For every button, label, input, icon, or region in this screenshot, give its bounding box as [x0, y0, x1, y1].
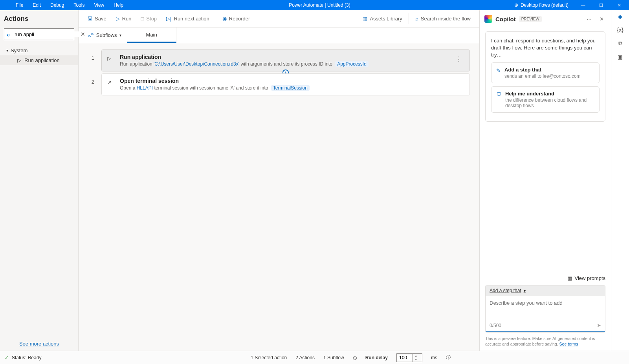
search-flow-button[interactable]: ⌕Search inside the flow — [411, 13, 475, 24]
copilot-more-icon[interactable]: ⋯ — [584, 15, 594, 24]
environment-picker[interactable]: ⊕ Desktop flows (default) — [511, 2, 572, 9]
step-open-terminal[interactable]: ↗ Open terminal session Open a HLLAPI te… — [101, 73, 470, 95]
search-icon: ⌕ — [415, 16, 418, 22]
search-icon: ⌕ — [7, 31, 10, 37]
copilot-intro-text: I can chat, respond to questions, and he… — [491, 37, 600, 59]
view-prompts-button[interactable]: ▦ View prompts — [567, 275, 605, 281]
see-terms-link[interactable]: See terms — [559, 342, 578, 346]
actions-pane: Actions ⌕ ✕ ▾ System ▷ Run application S… — [0, 10, 79, 351]
step-description: Run application 'C:\Users\User\Desktop\C… — [120, 61, 449, 67]
tree-group-system[interactable]: ▾ System — [0, 46, 78, 55]
subflows-button[interactable]: ∘/° Subflows ▾ — [82, 27, 127, 43]
record-icon: ◉ — [222, 16, 227, 22]
actions-search[interactable]: ⌕ ✕ — [4, 28, 74, 40]
step-more-icon[interactable]: ⋮ — [454, 54, 464, 64]
variable-chip[interactable]: AppProcessId — [335, 61, 369, 67]
menu-file[interactable]: File — [11, 1, 28, 9]
prompts-icon: ▦ — [567, 275, 572, 281]
minimize-button[interactable]: — — [576, 1, 590, 9]
info-icon[interactable]: ⓘ — [446, 354, 451, 361]
step-title: Open terminal session — [120, 78, 464, 84]
right-rail: ◆ {x} ⧉ ▣ — [611, 10, 629, 351]
actions-tree: ▾ System ▷ Run application — [0, 42, 78, 337]
selected-count: 1 Selected action — [251, 355, 287, 360]
see-more-actions-link[interactable]: See more actions — [19, 341, 59, 347]
status-text: Status: Ready — [12, 355, 41, 360]
suggestion-title: Add a step that — [504, 67, 594, 73]
tree-group-label: System — [11, 48, 28, 53]
window-title: Power Automate | Untitled (3) — [128, 2, 511, 8]
chevron-down-icon: ▾ — [524, 289, 526, 293]
images-rail-icon[interactable]: ▣ — [618, 54, 623, 60]
step-icon: ▷| — [166, 16, 171, 22]
suggestion-title: Help me understand — [505, 91, 594, 97]
play-icon: ▷ — [116, 16, 120, 22]
variables-rail-icon[interactable]: {x} — [617, 27, 623, 33]
actions-search-input[interactable] — [7, 31, 81, 37]
globe-icon: ⊕ — [514, 2, 518, 8]
actions-count: 2 Actions — [295, 355, 315, 360]
titlebar: File Edit Debug Tools View Help Power Au… — [0, 0, 629, 10]
run-delay-field[interactable] — [397, 355, 413, 360]
step-run-application[interactable]: ▷ Run application Run application 'C:\Us… — [101, 49, 470, 71]
save-button[interactable]: 🖫Save — [83, 13, 110, 24]
copilot-suggestion-help[interactable]: 🗨 Help me understand the difference betw… — [491, 86, 600, 113]
send-icon[interactable]: ➤ — [597, 322, 601, 328]
chevron-down-icon: ▾ — [6, 48, 8, 53]
step-description: Open a HLLAPI terminal session with sess… — [120, 85, 464, 91]
preview-badge: PREVIEW — [519, 16, 542, 22]
copilot-close-icon[interactable]: ✕ — [597, 15, 606, 24]
subflows-count: 1 Subflow — [323, 355, 344, 360]
chat-icon: 🗨 — [496, 91, 501, 108]
tree-action-run-application[interactable]: ▷ Run application — [0, 55, 78, 65]
step-row: 1 ▷ Run application Run application 'C:\… — [82, 49, 476, 71]
environment-label: Desktop flows (default) — [521, 2, 568, 8]
copilot-suggestion-add-step[interactable]: ✎ Add a step that sends an email to lee@… — [491, 62, 600, 83]
run-delay-spinner[interactable]: ▴▾ — [413, 354, 419, 362]
menu-view[interactable]: View — [89, 1, 109, 9]
tabs-bar: ∘/° Subflows ▾ Main — [79, 27, 479, 43]
maximize-button[interactable]: ☐ — [594, 1, 608, 9]
run-button[interactable]: ▷Run — [112, 13, 136, 24]
tab-main[interactable]: Main — [127, 27, 176, 43]
variable-chip[interactable]: TerminalSession — [271, 85, 310, 91]
run-next-button[interactable]: ▷|Run next action — [162, 13, 213, 24]
main-menu: File Edit Debug Tools View Help — [0, 1, 128, 9]
subflows-icon: ∘/° — [87, 32, 94, 38]
toolbar: 🖫Save ▷Run □Stop ▷|Run next action ◉Reco… — [79, 10, 479, 27]
edit-icon: ✎ — [496, 67, 501, 79]
suggestion-desc: the difference between cloud flows and d… — [505, 97, 594, 108]
assets-library-button[interactable]: ▥Assets Library — [359, 13, 406, 24]
copilot-input-mode[interactable]: Add a step that▾ — [486, 285, 605, 296]
copilot-title: Copilot — [495, 16, 516, 22]
recorder-button[interactable]: ◉Recorder — [218, 13, 254, 24]
char-count: 0/500 — [490, 323, 501, 328]
copilot-disclaimer: This is a preview feature. Make sure AI-… — [480, 333, 611, 351]
menu-debug[interactable]: Debug — [46, 1, 69, 9]
save-icon: 🖫 — [87, 16, 92, 22]
tree-leaf-label: Run application — [24, 57, 60, 63]
copilot-input: Add a step that▾ 0/500 ➤ — [485, 285, 605, 333]
flow-canvas[interactable]: 1 ▷ Run application Run application 'C:\… — [79, 43, 479, 351]
step-title: Run application — [120, 54, 449, 60]
play-icon: ▷ — [107, 54, 114, 61]
actions-title: Actions — [4, 15, 74, 23]
close-button[interactable]: ✕ — [612, 1, 626, 9]
line-number: 1 — [82, 49, 101, 71]
copilot-rail-icon[interactable]: ◆ — [618, 13, 622, 20]
run-delay-input[interactable]: ▴▾ — [396, 353, 422, 362]
copilot-textarea[interactable] — [486, 296, 605, 320]
clock-icon: ◷ — [353, 355, 357, 360]
line-number: 2 — [82, 73, 101, 95]
menu-tools[interactable]: Tools — [69, 1, 89, 9]
clear-search-icon[interactable]: ✕ — [81, 31, 85, 37]
suggestion-desc: sends an email to lee@contoso.com — [504, 73, 594, 79]
menu-help[interactable]: Help — [109, 1, 128, 9]
status-bar: ✓ Status: Ready 1 Selected action 2 Acti… — [0, 351, 629, 364]
run-delay-label: Run delay — [365, 355, 388, 360]
chevron-down-icon: ▾ — [119, 33, 121, 37]
step-row: 2 ↗ Open terminal session Open a HLLAPI … — [82, 73, 476, 95]
stop-button[interactable]: □Stop — [137, 13, 161, 24]
layers-rail-icon[interactable]: ⧉ — [618, 40, 622, 47]
menu-edit[interactable]: Edit — [28, 1, 46, 9]
